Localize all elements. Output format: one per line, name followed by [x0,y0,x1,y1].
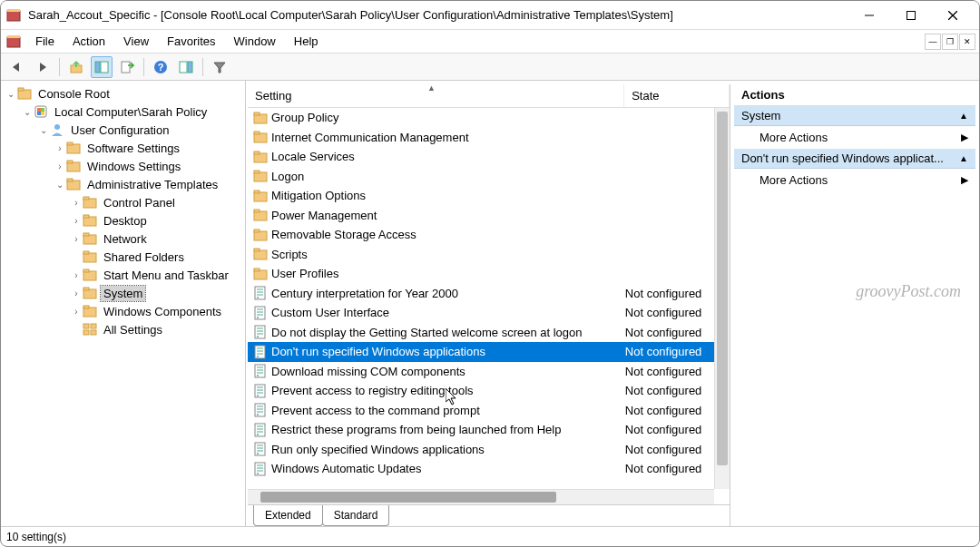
list-row[interactable]: Download missing COM components Not conf… [248,362,730,382]
tree-item[interactable]: › Network [1,230,245,248]
folder-icon [253,208,268,222]
list-row[interactable]: Power Management [248,206,730,226]
list-row[interactable]: Do not display the Getting Started welco… [248,323,730,343]
close-button[interactable] [932,1,974,30]
svg-rect-9 [95,62,100,73]
menu-window[interactable]: Window [225,32,285,51]
policy-icon [253,286,268,300]
list-row[interactable]: Prevent access to the command prompt Not… [248,401,730,421]
list-row[interactable]: Custom User Interface Not configured [248,303,730,323]
column-setting[interactable]: Setting [248,84,624,107]
list-row[interactable]: Removable Storage Access [248,225,730,245]
tab-standard[interactable]: Standard [322,505,390,526]
tree-item[interactable]: › Desktop [1,211,245,230]
svg-point-80 [257,336,259,337]
chevron-up-icon[interactable]: ▲ [959,111,968,121]
row-setting: Run only specified Windows applications [271,443,625,456]
mdi-minimize-button[interactable]: — [925,34,941,50]
chevron-up-icon[interactable]: ▲ [959,153,968,163]
policy-icon [253,325,268,339]
export-button[interactable] [116,56,138,78]
expand-icon[interactable]: › [54,161,66,171]
list-row[interactable]: Prevent access to registry editing tools… [248,381,730,401]
list-row[interactable]: Scripts [248,245,730,265]
tree-item-label: Windows Components [101,304,224,319]
list-row[interactable]: Logon [248,167,730,187]
horizontal-scrollbar[interactable] [248,489,714,504]
svg-rect-111 [255,463,265,475]
action-item[interactable]: More Actions▶ [734,126,975,149]
list-row[interactable]: Restrict these programs from being launc… [248,420,730,440]
collapse-icon[interactable]: ⌄ [21,107,34,117]
list-row[interactable]: Internet Communication Management [248,128,730,148]
collapse-icon[interactable]: ⌄ [54,180,66,190]
action-group[interactable]: Don't run specified Windows applicat...▲ [734,149,975,169]
menu-favorites[interactable]: Favorites [158,32,224,51]
filter-button[interactable] [209,56,230,78]
menu-view[interactable]: View [114,32,158,51]
up-button[interactable] [65,56,87,78]
tree-item[interactable]: All Settings [1,320,245,338]
tab-extended[interactable]: Extended [253,505,323,526]
list-row[interactable]: Century interpretation for Year 2000 Not… [248,284,730,304]
forward-button[interactable] [32,56,54,78]
tree-item[interactable]: › Control Panel [1,193,245,211]
collapse-icon[interactable]: ⌄ [5,89,17,99]
row-setting: Prevent access to the command prompt [271,404,625,417]
list-row[interactable]: User Profiles [248,264,730,284]
svg-rect-71 [255,307,265,319]
svg-rect-55 [254,171,260,173]
show-tree-button[interactable] [91,56,113,78]
action-group[interactable]: System▲ [734,106,975,126]
menu-action[interactable]: Action [64,32,114,51]
mdi-restore-button[interactable]: ❐ [942,34,958,50]
action-item-label: More Actions [760,173,828,187]
minimize-button[interactable] [848,1,890,30]
expand-icon[interactable]: › [70,216,83,226]
expand-icon[interactable]: › [54,143,66,153]
folder-icon [83,195,97,210]
menu-help[interactable]: Help [285,32,328,51]
actions-pane-button[interactable] [175,56,197,78]
tree-item[interactable]: › Start Menu and Taskbar [1,266,245,284]
expand-icon[interactable]: › [70,198,83,208]
tree-item-label: Shared Folders [101,249,187,265]
list-row[interactable]: Run only specified Windows applications … [248,440,730,460]
vertical-scrollbar[interactable] [714,108,730,489]
list-row[interactable]: Locale Services [248,147,730,167]
status-text: 10 setting(s) [6,531,66,543]
expand-icon[interactable]: › [70,270,83,280]
tree-item[interactable]: › Software Settings [1,139,245,157]
tree-item[interactable]: ⌄ Administrative Templates [1,175,245,193]
folder-icon [83,268,97,282]
tree-item[interactable]: › System [1,284,245,302]
tree-item[interactable]: › Windows Components [1,302,245,320]
tree-pane[interactable]: ⌄ Console Root ⌄ Local Computer\Sarah Po… [1,81,246,526]
tree-item-label: Local Computer\Sarah Policy [52,104,210,120]
expand-icon[interactable]: › [70,234,83,244]
tree-item[interactable]: › Windows Settings [1,157,245,175]
list-row[interactable]: Don't run specified Windows applications… [248,342,730,362]
svg-rect-51 [254,132,260,134]
svg-rect-76 [255,326,265,338]
tree-root[interactable]: ⌄ Console Root [1,84,245,103]
actions-header: Actions [734,84,975,106]
column-state[interactable]: State [624,84,730,107]
maximize-button[interactable] [890,1,932,30]
menu-file[interactable]: File [26,32,64,51]
list-row[interactable]: Windows Automatic Updates Not configured [248,459,730,479]
list-row[interactable]: Group Policy [248,108,730,128]
action-item[interactable]: More Actions▶ [734,169,975,191]
collapse-icon[interactable]: ⌄ [37,125,50,135]
expand-icon[interactable]: › [70,288,83,298]
help-button[interactable]: ? [150,56,172,78]
list-row[interactable]: Mitigation Options [248,186,730,206]
tree-item[interactable]: Shared Folders [1,248,245,266]
tree-item[interactable]: ⌄ Local Computer\Sarah Policy [1,103,245,121]
tree-item[interactable]: ⌄ User Configuration [1,121,245,139]
mdi-close-button[interactable]: ✕ [959,34,975,50]
expand-icon[interactable]: › [70,307,83,317]
back-button[interactable] [6,56,28,78]
chevron-right-icon: ▶ [961,174,968,186]
row-setting: Scripts [271,248,625,261]
